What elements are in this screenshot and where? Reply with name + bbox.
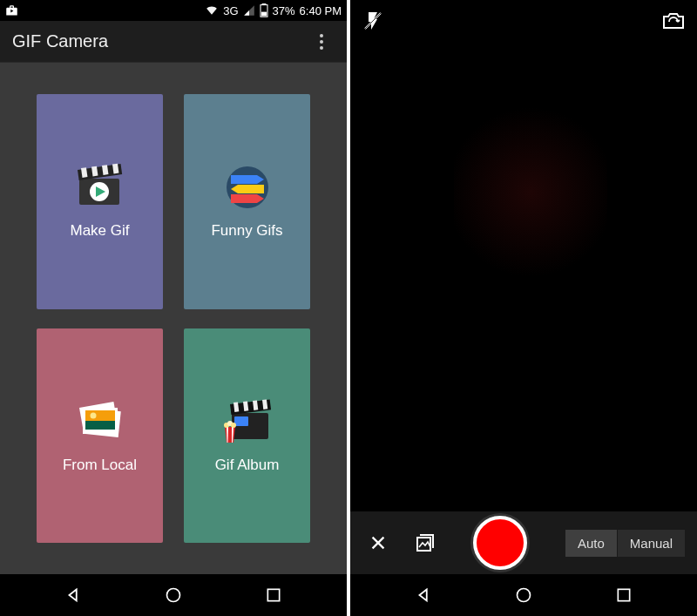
svg-point-21 xyxy=(90,412,96,418)
clapperboard-popcorn-icon xyxy=(221,397,274,446)
phone-left: 3G 37% 6:40 PM GIF Camera Make Gif xyxy=(0,0,347,616)
svg-point-32 xyxy=(167,589,180,602)
tile-funny-gifs[interactable]: Funny Gifs xyxy=(184,94,310,309)
mode-manual-button[interactable]: Manual xyxy=(618,530,685,557)
svg-marker-14 xyxy=(231,185,264,193)
tile-label: Make Gif xyxy=(70,222,129,240)
svg-rect-3 xyxy=(261,12,267,17)
mode-toggle: Auto Manual xyxy=(565,530,685,557)
more-vert-icon xyxy=(320,40,323,44)
close-camera-button[interactable] xyxy=(362,527,394,558)
battery-percentage: 37% xyxy=(273,4,295,17)
arrows-sign-icon xyxy=(221,163,274,212)
overflow-menu-button[interactable] xyxy=(314,31,335,52)
status-bar: 3G 37% 6:40 PM xyxy=(0,0,347,21)
flash-off-icon xyxy=(362,10,383,31)
svg-rect-28 xyxy=(234,416,248,426)
svg-point-37 xyxy=(518,589,531,602)
switch-camera-button[interactable] xyxy=(660,5,687,37)
tile-from-local[interactable]: From Local xyxy=(37,328,163,544)
tile-label: Gif Album xyxy=(215,457,280,474)
battery-icon xyxy=(260,3,268,17)
svg-rect-38 xyxy=(618,589,629,600)
gallery-button[interactable] xyxy=(409,527,441,558)
clock-time: 6:40 PM xyxy=(300,4,342,17)
switch-camera-icon xyxy=(662,11,685,30)
signal-icon xyxy=(243,4,255,17)
system-nav-bar xyxy=(350,574,697,616)
app-bar: GIF Camera xyxy=(0,21,347,63)
shutter-button[interactable] xyxy=(473,516,527,570)
app-title: GIF Camera xyxy=(12,31,314,51)
tile-make-gif[interactable]: Make Gif xyxy=(37,94,163,309)
nav-home-button[interactable] xyxy=(497,578,550,613)
nav-back-button[interactable] xyxy=(48,578,100,613)
photo-stack-icon xyxy=(74,397,126,446)
network-type: 3G xyxy=(223,4,238,17)
clapperboard-play-icon xyxy=(74,163,126,212)
system-nav-bar xyxy=(0,574,347,616)
main-grid: Make Gif Funny Gifs From Local Gif Album xyxy=(0,63,347,574)
camera-top-bar xyxy=(350,0,697,42)
svg-rect-20 xyxy=(85,421,115,430)
nav-recents-button[interactable] xyxy=(247,578,300,613)
gallery-icon xyxy=(415,532,436,553)
flash-toggle-button[interactable] xyxy=(361,5,385,37)
nav-recents-button[interactable] xyxy=(598,578,650,613)
svg-marker-15 xyxy=(231,194,264,203)
phone-right: Auto Manual xyxy=(350,0,697,616)
nav-home-button[interactable] xyxy=(147,578,200,613)
camera-preview[interactable] xyxy=(350,42,697,511)
tile-label: Funny Gifs xyxy=(211,222,282,240)
close-icon xyxy=(369,533,388,552)
tile-gif-album[interactable]: Gif Album xyxy=(184,328,310,544)
tile-label: From Local xyxy=(63,457,137,474)
camera-bottom-bar: Auto Manual xyxy=(350,511,697,574)
nav-back-button[interactable] xyxy=(398,578,450,613)
svg-point-31 xyxy=(231,423,236,428)
wifi-icon xyxy=(205,4,219,17)
svg-marker-13 xyxy=(231,175,264,184)
mode-auto-button[interactable]: Auto xyxy=(565,530,617,557)
svg-rect-33 xyxy=(267,589,279,600)
play-store-icon xyxy=(5,4,18,17)
